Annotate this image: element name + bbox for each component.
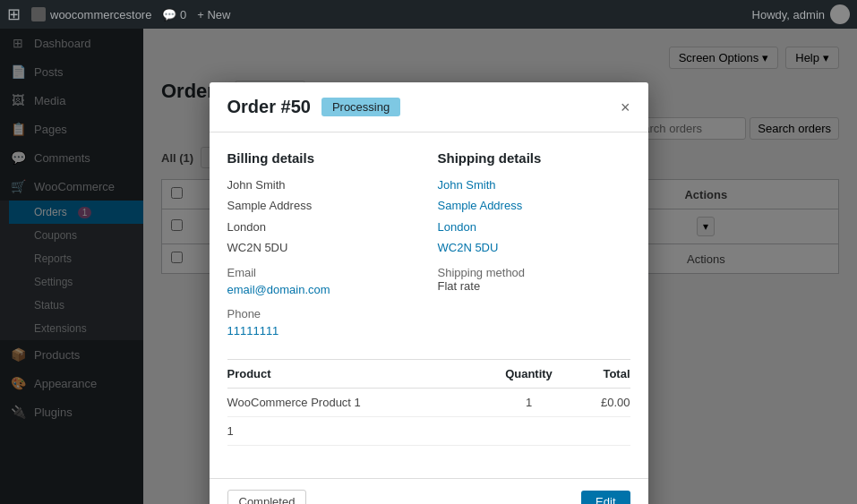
admin-bar: ⊞ woocommercestore 💬 0 + New Howdy, admi… bbox=[0, 0, 857, 29]
product-row: WooCommerce Product 1 1 £0.00 bbox=[227, 389, 630, 417]
shipping-method-label: Shipping method bbox=[438, 266, 630, 279]
site-name-text: woocommercestore bbox=[50, 8, 151, 21]
modal-title: Order #50 bbox=[227, 97, 311, 117]
shipping-method: Flat rate bbox=[438, 279, 630, 293]
comments-text: 💬 0 bbox=[162, 8, 186, 21]
order-modal: Order #50 Processing × Billing details J… bbox=[210, 82, 648, 504]
billing-postcode: WC2N 5DU bbox=[227, 237, 420, 258]
status-badge: Processing bbox=[321, 98, 400, 116]
billing-title: Billing details bbox=[227, 150, 420, 166]
product-meta: 1 bbox=[227, 417, 484, 446]
admin-bar-right: Howdy, admin bbox=[752, 4, 850, 24]
modal-overlay: Order #50 Processing × Billing details J… bbox=[0, 29, 857, 504]
col-quantity-header: Quantity bbox=[484, 360, 574, 389]
shipping-details: Shipping details John Smith Sample Addre… bbox=[438, 150, 630, 341]
comments-link[interactable]: 💬 0 bbox=[162, 8, 186, 21]
billing-city: London bbox=[227, 217, 420, 237]
product-table: Product Quantity Total WooCommerce Produ… bbox=[227, 359, 630, 446]
shipping-title: Shipping details bbox=[438, 150, 630, 166]
billing-phone[interactable]: 11111111 bbox=[227, 320, 420, 341]
new-menu[interactable]: + New bbox=[197, 8, 230, 21]
shipping-address[interactable]: Sample Address bbox=[438, 195, 630, 216]
avatar bbox=[830, 4, 850, 24]
product-meta-row: 1 bbox=[227, 417, 630, 446]
col-product-header: Product bbox=[227, 360, 484, 389]
site-name[interactable]: woocommercestore bbox=[31, 7, 151, 21]
billing-address: Sample Address bbox=[227, 195, 420, 216]
product-total: £0.00 bbox=[574, 389, 630, 417]
product-name: WooCommerce Product 1 bbox=[227, 389, 484, 417]
wp-logo-icon: ⊞ bbox=[7, 4, 21, 24]
completed-button[interactable]: Completed bbox=[227, 490, 307, 504]
phone-label: Phone bbox=[227, 307, 420, 320]
billing-email[interactable]: email@domain.com bbox=[227, 279, 420, 300]
col-total-header: Total bbox=[574, 360, 630, 389]
modal-header: Order #50 Processing × bbox=[210, 82, 648, 132]
details-row: Billing details John Smith Sample Addres… bbox=[227, 150, 630, 341]
shipping-city[interactable]: London bbox=[438, 217, 630, 237]
product-qty: 1 bbox=[484, 389, 574, 417]
site-icon bbox=[31, 7, 46, 21]
billing-details: Billing details John Smith Sample Addres… bbox=[227, 150, 420, 341]
modal-body: Billing details John Smith Sample Addres… bbox=[210, 132, 648, 478]
howdy-text[interactable]: Howdy, admin bbox=[752, 4, 850, 24]
modal-footer: Completed Edit bbox=[210, 478, 648, 504]
shipping-postcode[interactable]: WC2N 5DU bbox=[438, 237, 630, 258]
edit-button[interactable]: Edit bbox=[581, 491, 630, 504]
modal-close-button[interactable]: × bbox=[621, 99, 630, 115]
billing-name: John Smith bbox=[227, 175, 420, 195]
shipping-name[interactable]: John Smith bbox=[438, 175, 630, 195]
email-label: Email bbox=[227, 266, 420, 279]
